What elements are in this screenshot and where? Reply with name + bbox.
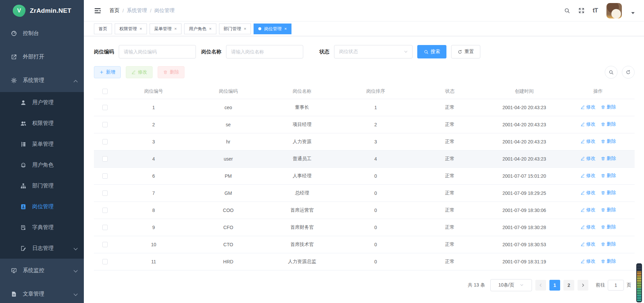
- sidebar-item-system-management[interactable]: 系统管理: [0, 69, 84, 92]
- reset-button[interactable]: 重置: [451, 45, 480, 58]
- sidebar-item-system-monitoring[interactable]: 系统监控: [0, 259, 84, 282]
- column-header: 岗位编号: [116, 84, 191, 99]
- row-edit-link[interactable]: 修改: [580, 104, 596, 110]
- row-checkbox[interactable]: [102, 208, 108, 213]
- refresh-table-button[interactable]: [622, 66, 635, 79]
- table-row[interactable]: 10CTO首席技术官0正常2001-07-09 18:30:53修改删除: [94, 236, 635, 253]
- sidebar-item-user-roles[interactable]: 用户角色: [0, 155, 84, 175]
- page-button-1[interactable]: 1: [549, 280, 560, 291]
- row-edit-link[interactable]: 修改: [580, 173, 596, 179]
- cell-post-name: 首席技术官: [265, 236, 339, 253]
- tab-user-roles[interactable]: 用户角色×: [184, 24, 216, 34]
- breadcrumb-item[interactable]: 岗位管理: [154, 7, 174, 14]
- row-edit-link[interactable]: 修改: [580, 138, 596, 144]
- search-icon: [424, 49, 429, 54]
- row-edit-link[interactable]: 修改: [580, 121, 596, 127]
- delete-button[interactable]: 删除: [158, 66, 184, 78]
- row-checkbox[interactable]: [102, 242, 108, 247]
- table-row[interactable]: 11HRD人力资源总监0正常2001-07-09 18:31:19修改删除: [94, 253, 635, 270]
- row-delete-link[interactable]: 删除: [601, 104, 616, 110]
- add-button[interactable]: 新增: [94, 66, 121, 78]
- tab-department-management[interactable]: 部门管理×: [219, 24, 251, 34]
- tab-home[interactable]: 首页: [94, 24, 112, 34]
- cell-status: 正常: [413, 184, 487, 202]
- row-delete-link[interactable]: 删除: [601, 190, 616, 196]
- page-button-2[interactable]: 2: [564, 280, 574, 291]
- edit-button[interactable]: 修改: [126, 66, 153, 78]
- row-checkbox[interactable]: [102, 105, 108, 110]
- row-checkbox[interactable]: [102, 156, 108, 162]
- avatar[interactable]: [606, 3, 622, 18]
- show-search-button[interactable]: [605, 66, 618, 79]
- row-checkbox[interactable]: [102, 259, 108, 264]
- tab-close-icon[interactable]: ×: [284, 26, 287, 31]
- sidebar-item-external-open[interactable]: 外部打开: [0, 45, 84, 69]
- row-delete-link[interactable]: 删除: [601, 241, 616, 247]
- pagination-total: 共 13 条: [468, 282, 485, 288]
- tab-menu-management[interactable]: 菜单管理×: [150, 24, 182, 34]
- breadcrumb-item[interactable]: 首页: [109, 7, 119, 14]
- breadcrumb-item[interactable]: 系统管理: [127, 7, 147, 14]
- tab-close-icon[interactable]: ×: [209, 26, 212, 31]
- table-row[interactable]: 8COO首席运营官0正常2001-07-09 18:30:06修改删除: [94, 202, 635, 219]
- tab-close-icon[interactable]: ×: [244, 26, 247, 31]
- chevron-down-icon: [72, 268, 77, 273]
- sidebar-item-article-management[interactable]: 文章管理: [0, 282, 84, 303]
- tab-close-icon[interactable]: ×: [140, 26, 142, 31]
- table-row[interactable]: 1ceo董事长1正常2001-04-20 20:43:23修改删除: [94, 99, 635, 116]
- code-input[interactable]: [119, 45, 196, 58]
- row-checkbox[interactable]: [102, 173, 108, 179]
- row-edit-link[interactable]: 修改: [580, 241, 596, 247]
- row-delete-link[interactable]: 删除: [601, 224, 616, 230]
- page-size-select[interactable]: 10条/页: [490, 279, 532, 291]
- cell-post-code: GM: [191, 184, 265, 202]
- row-edit-link[interactable]: 修改: [580, 258, 596, 264]
- tab-label: 菜单管理: [154, 26, 172, 32]
- row-delete-link[interactable]: 删除: [601, 121, 616, 127]
- table-row[interactable]: 3hr人力资源3正常2001-04-20 20:43:23修改删除: [94, 133, 635, 150]
- row-delete-link[interactable]: 删除: [601, 207, 616, 213]
- table-row[interactable]: 4user普通员工4正常2001-04-20 20:43:23修改删除: [94, 150, 635, 167]
- font-size-icon[interactable]: tT: [593, 7, 598, 14]
- sidebar-item-dashboard[interactable]: 控制台: [0, 21, 84, 45]
- sidebar-item-user-management[interactable]: 用户管理: [0, 92, 84, 113]
- next-page-button[interactable]: [578, 280, 588, 291]
- sidebar-item-menu-management[interactable]: 菜单管理: [0, 134, 84, 155]
- row-checkbox[interactable]: [102, 139, 108, 144]
- chevron-down-icon[interactable]: [631, 12, 635, 14]
- table-row[interactable]: 9CFO首席财务官0正常2001-07-09 18:30:28修改删除: [94, 219, 635, 236]
- row-edit-link[interactable]: 修改: [580, 224, 596, 230]
- row-delete-link[interactable]: 删除: [601, 138, 616, 144]
- name-input[interactable]: [226, 45, 303, 58]
- goto-page-input[interactable]: [608, 280, 624, 291]
- search-button[interactable]: 搜索: [417, 45, 446, 58]
- tab-permission-management[interactable]: 权限管理×: [115, 24, 147, 34]
- row-edit-link[interactable]: 修改: [580, 156, 596, 162]
- search-icon[interactable]: [564, 7, 570, 14]
- sidebar-item-position-management[interactable]: 岗位管理: [0, 196, 84, 217]
- row-delete-link[interactable]: 删除: [601, 156, 616, 162]
- row-edit-link[interactable]: 修改: [580, 190, 596, 196]
- sidebar-item-department-management[interactable]: 部门管理: [0, 175, 84, 196]
- tab-position-management[interactable]: 岗位管理×: [254, 24, 291, 34]
- table-row[interactable]: 2se项目经理2正常2001-04-20 20:43:23修改删除: [94, 116, 635, 133]
- row-checkbox[interactable]: [102, 190, 108, 196]
- tab-close-icon[interactable]: ×: [174, 26, 177, 31]
- scroll-indicator[interactable]: [636, 263, 642, 302]
- row-edit-link[interactable]: 修改: [580, 207, 596, 213]
- row-checkbox[interactable]: [102, 225, 108, 230]
- sidebar-item-log-management[interactable]: 日志管理: [0, 238, 84, 259]
- row-delete-link[interactable]: 删除: [601, 258, 616, 264]
- row-checkbox[interactable]: [102, 122, 108, 127]
- sidebar-fold-icon[interactable]: [94, 7, 101, 14]
- prev-page-button[interactable]: [535, 280, 546, 291]
- sidebar-item-dictionary-management[interactable]: 字典管理: [0, 217, 84, 238]
- fullscreen-icon[interactable]: [578, 7, 585, 14]
- row-delete-link[interactable]: 删除: [601, 173, 616, 179]
- status-select[interactable]: 岗位状态: [334, 45, 413, 58]
- select-all-checkbox[interactable]: [102, 89, 108, 94]
- table-row[interactable]: 6PM人事经理0正常2001-07-07 15:01:20修改删除: [94, 167, 635, 184]
- table-row[interactable]: 7GM总经理0正常2001-07-09 18:29:25修改删除: [94, 184, 635, 202]
- sidebar-item-label: 系统监控: [23, 267, 44, 274]
- sidebar-item-permission-management[interactable]: 权限管理: [0, 113, 84, 134]
